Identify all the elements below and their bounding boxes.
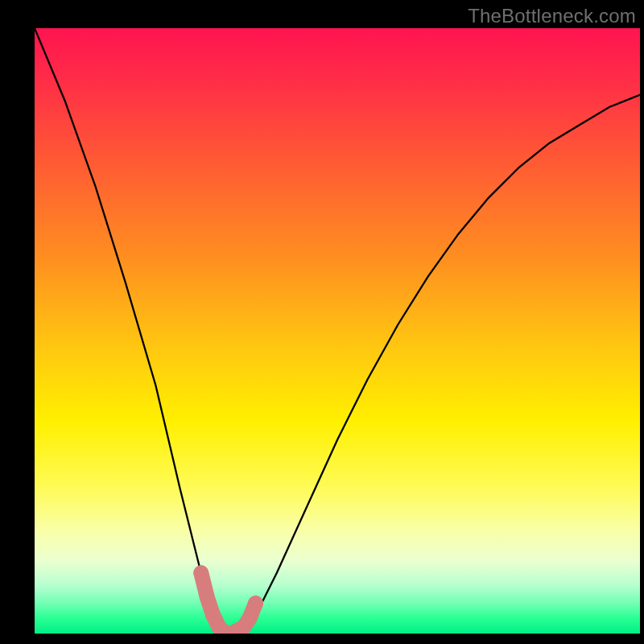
- optimal-markers: [193, 565, 263, 634]
- chart-svg: [35, 28, 640, 634]
- optimal-marker-dot: [193, 565, 208, 580]
- plot-area: [35, 28, 640, 634]
- curve-layer: [35, 28, 640, 634]
- chart-frame: TheBottleneck.com: [0, 0, 644, 644]
- watermark-text: TheBottleneck.com: [468, 5, 636, 27]
- optimal-marker-dot: [200, 589, 215, 605]
- bottleneck-curve: [35, 28, 640, 634]
- optimal-marker-dot: [242, 611, 258, 626]
- optimal-marker-dot: [248, 596, 263, 611]
